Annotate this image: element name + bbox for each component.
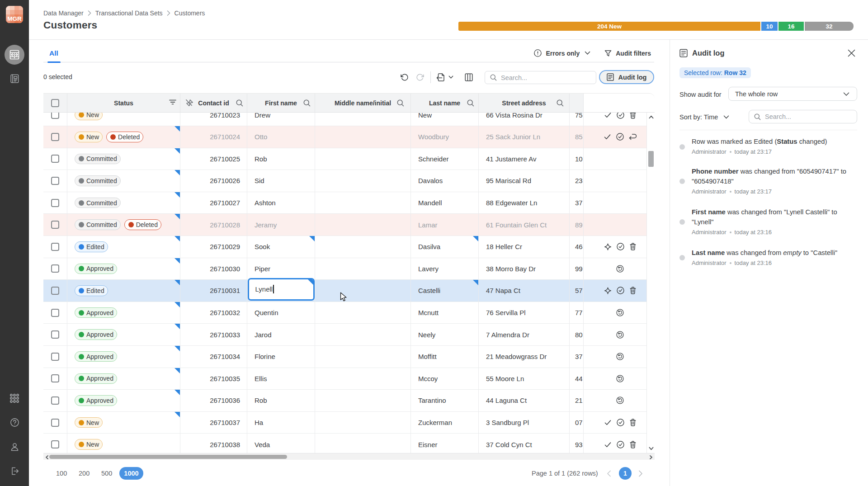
svg-text:MGR: MGR <box>7 15 22 22</box>
